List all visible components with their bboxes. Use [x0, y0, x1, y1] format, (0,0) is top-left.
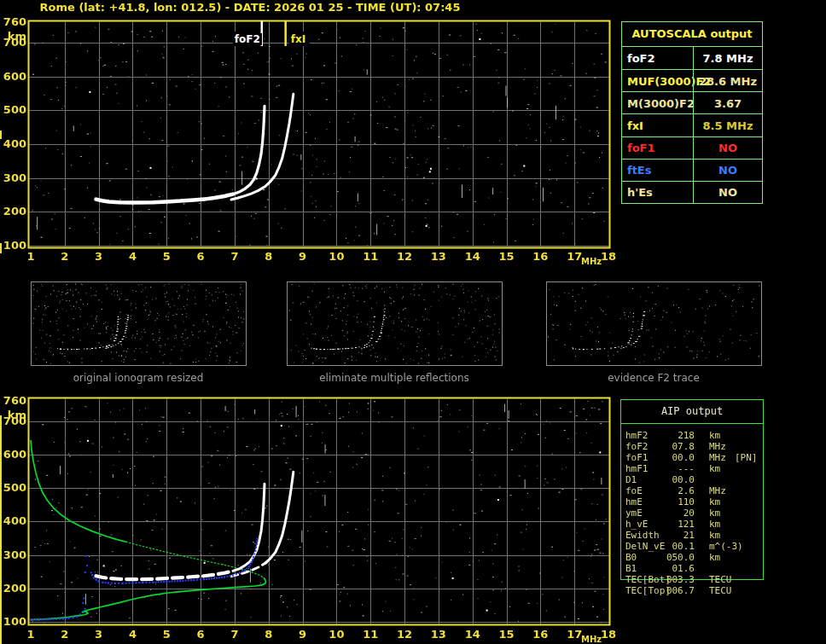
- autoscala-row-label: foF1: [627, 137, 655, 160]
- x-axis-tick-label: 14: [460, 251, 486, 262]
- y-axis-unit-label: km: [0, 31, 26, 42]
- x-axis-tick-label: 8: [256, 629, 282, 640]
- y-axis-tick-label: 600: [0, 449, 26, 460]
- page-title: Rome (lat: +41.8, lon: 012.5) - DATE: 20…: [28, 1, 472, 14]
- autoscala-row-fof1: foF1NO: [622, 136, 762, 160]
- x-axis-tick-label: 5: [154, 251, 179, 262]
- x-axis-tick-label: 16: [527, 251, 553, 262]
- x-axis-tick-label: 12: [392, 629, 417, 640]
- autoscala-output-title: AUTOSCALA output: [622, 22, 762, 47]
- x-axis-tick-label: 1: [18, 251, 44, 262]
- x-axis-tick-label: 15: [494, 629, 520, 640]
- autoscala-row-label: ftEs: [627, 160, 652, 182]
- autoscala-row-fxi: fxI8.5 MHz: [622, 113, 762, 136]
- y-axis-tick-label: 500: [0, 104, 26, 115]
- x-axis-tick-label: 9: [290, 629, 316, 640]
- autoscala-row-value: NO: [693, 137, 762, 160]
- x-axis-tick-label: 14: [460, 629, 486, 640]
- x-axis-tick-label: 11: [358, 251, 383, 262]
- x-axis-tick-label: 4: [119, 251, 145, 262]
- y-axis-tick-label: 100: [0, 616, 26, 627]
- fof2-marker-label: foF2: [233, 33, 262, 45]
- x-axis-tick-label: 11: [358, 629, 383, 640]
- x-axis-tick-label: 2: [52, 251, 78, 262]
- y-axis-tick-label: 600: [0, 71, 26, 82]
- autoscala-row-value: 8.5 MHz: [693, 114, 762, 136]
- y-axis-unit-label: km: [0, 409, 26, 421]
- thumbnail-caption-eliminate: eliminate multiple reflections: [287, 372, 502, 384]
- y-axis-tick-label: 500: [0, 482, 26, 493]
- thumbnail-caption-evidence: evidence F2 trace: [546, 372, 761, 384]
- y-axis-tick-label: 200: [0, 583, 26, 594]
- autoscala-row-muf3000f2: MUF(3000)F228.6 MHz: [622, 69, 762, 92]
- autoscala-row-hes: h'EsNO: [622, 181, 762, 204]
- x-axis-tick-label: 15: [494, 251, 520, 262]
- x-axis-tick-label: 1: [18, 629, 44, 640]
- autoscala-row-label: h'Es: [627, 182, 653, 204]
- y-axis-tick-label: 300: [0, 172, 26, 183]
- autoscala-row-fof2: foF27.8 MHz: [622, 47, 762, 69]
- y-axis-tick-label: 300: [0, 549, 26, 560]
- y-axis-tick-label: 100: [0, 240, 26, 251]
- autoscala-row-label: fxI: [627, 114, 643, 136]
- x-axis-tick-label: 5: [154, 629, 179, 640]
- x-axis-tick-label: 4: [119, 629, 145, 640]
- x-axis-tick-label: 10: [323, 629, 349, 640]
- autoscala-app-window: Rome (lat: +41.8, lon: 012.5) - DATE: 20…: [0, 0, 826, 644]
- x-axis-tick-label: 6: [188, 251, 213, 262]
- y-axis-tick-label: 760: [0, 16, 26, 27]
- x-axis-tick-label: 8: [256, 251, 282, 262]
- y-axis-tick-label: 760: [0, 395, 26, 406]
- x-axis-tick-label: 13: [426, 251, 451, 262]
- x-axis-tick-label: 3: [86, 629, 112, 640]
- autoscala-row-value: 7.8 MHz: [693, 47, 762, 69]
- y-axis-tick-label: 400: [0, 515, 26, 526]
- autoscala-row-label: foF2: [627, 47, 655, 69]
- x-axis-tick-label: 12: [392, 251, 417, 262]
- x-axis-tick-label: 16: [527, 629, 553, 640]
- thumbnail-caption-original: original ionogram resized: [31, 372, 246, 384]
- y-axis-tick-label: 400: [0, 138, 26, 149]
- x-axis-tick-label: 9: [290, 251, 316, 262]
- x-axis-tick-label: 2: [52, 629, 78, 640]
- x-axis-tick-label: 3: [86, 251, 112, 262]
- x-axis-unit-label: MHz: [581, 257, 602, 266]
- y-axis-tick-label: 200: [0, 206, 26, 217]
- aip-output-panel: AIP output: [620, 399, 764, 580]
- x-axis-tick-label: 13: [426, 629, 451, 640]
- autoscala-row-value: 3.67: [693, 92, 762, 114]
- x-axis-tick-label: 10: [323, 251, 349, 262]
- autoscala-row-value: NO: [693, 160, 762, 182]
- x-axis-unit-label: MHz: [581, 635, 602, 644]
- autoscala-row-m3000f2: M(3000)F23.67: [622, 91, 762, 114]
- autoscala-row-value: 28.6 MHz: [693, 70, 762, 92]
- fxi-marker-label: fxI: [289, 33, 307, 45]
- autoscala-row-value: NO: [693, 182, 762, 204]
- autoscala-row-label: M(3000)F2: [627, 92, 695, 114]
- autoscala-output-panel: AUTOSCALA output foF27.8 MHzMUF(3000)F22…: [621, 21, 763, 204]
- autoscala-row-ftes: ftEsNO: [622, 159, 762, 182]
- x-axis-tick-label: 7: [222, 251, 247, 262]
- x-axis-tick-label: 6: [188, 629, 213, 640]
- aip-output-title: AIP output: [621, 400, 763, 424]
- x-axis-tick-label: 7: [222, 629, 247, 640]
